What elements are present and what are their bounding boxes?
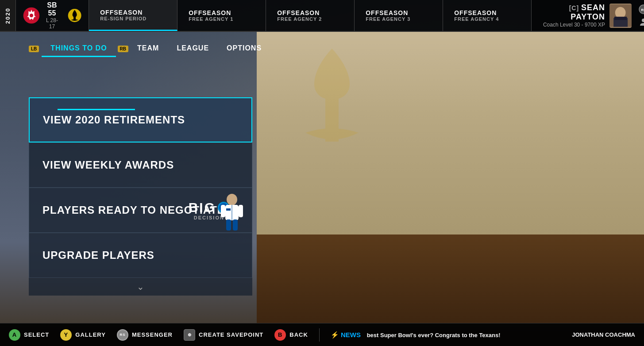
gallery-label: GALLERY	[75, 331, 106, 338]
menu-item-retirements[interactable]: VIEW 2020 RETIREMENTS	[29, 97, 252, 142]
svg-rect-19	[221, 205, 225, 217]
phase-resign[interactable]: OFFSEASON RE-SIGN PERIOD	[89, 0, 177, 31]
coach-level: Coach Level 30 - 9700 XP	[538, 22, 605, 28]
coach-info: [C] SEAN PAYTON Coach Level 30 - 9700 XP	[538, 3, 605, 28]
tab-league[interactable]: LEAGUE	[168, 41, 218, 57]
coach-name-header: [C] SEAN PAYTON	[538, 3, 605, 22]
nav-tabs: LB THINGS TO DO RB TEAM LEAGUE OPTIONS	[29, 32, 270, 57]
menu-item-retirements-text: VIEW 2020 RETIREMENTS	[43, 114, 185, 126]
messenger-label: MESSENGER	[132, 331, 173, 338]
top-header-bar: 2020 SB 55 L 28-17 OFFSEASON RE-SIGN PER…	[0, 0, 644, 32]
btn-savepoint[interactable]: ⊕ CREATE SAVEPOINT	[184, 329, 263, 341]
menu-item-awards-text: VIEW WEEKLY AWARDS	[42, 159, 174, 171]
menu-item-awards[interactable]: VIEW WEEKLY AWARDS	[29, 142, 252, 188]
svg-rect-20	[239, 205, 243, 217]
rb-badge: RB	[118, 46, 128, 52]
person-icon	[638, 17, 644, 27]
btn-gallery[interactable]: Y GALLERY	[60, 329, 106, 341]
b-button-icon: B	[274, 329, 286, 341]
phase-sub-2: FREE AGENCY 2	[277, 16, 322, 22]
year-text: 2020	[4, 8, 11, 24]
phase-label-1: OFFSEASON	[189, 9, 233, 16]
phase-sub-0: RE-SIGN PERIOD	[100, 16, 147, 21]
select-label: SELECT	[24, 331, 49, 338]
coach-prefix: [C]	[569, 4, 581, 12]
team-sb: SB 55	[44, 1, 60, 17]
tab-things-to-do[interactable]: THINGS TO DO	[42, 41, 116, 57]
coach-action-icons: RS	[638, 4, 644, 27]
reporter-name: JONATHAN COACHMA	[572, 331, 635, 338]
back-label: BACK	[289, 331, 308, 338]
phase-sub-4: FREE AGENCY 4	[454, 16, 499, 22]
coach-avatar-svg	[609, 4, 632, 28]
saints-logo-wall	[288, 44, 398, 199]
btn-back[interactable]: B BACK	[274, 329, 308, 341]
coach-section: [C] SEAN PAYTON Coach Level 30 - 9700 XP…	[532, 0, 644, 31]
phase-fa4[interactable]: OFFSEASON FREE AGENCY 4	[443, 0, 532, 31]
texans-logo	[23, 5, 40, 26]
bottom-bar: A SELECT Y GALLERY RS MESSENGER ⊕ CREATE…	[0, 323, 644, 346]
menu-item-negotiate[interactable]: PLAYERS READY TO NEGOTIATE BIG ★ DECISIO…	[29, 188, 252, 233]
ticker-text: best Super Bowl's ever? Congrats to the …	[367, 332, 501, 338]
phase-fa2[interactable]: OFFSEASON FREE AGENCY 2	[266, 0, 355, 31]
y-button-icon: Y	[60, 329, 72, 341]
rs-button-icon: RS	[117, 329, 128, 341]
tab-options[interactable]: OPTIONS	[218, 41, 270, 57]
team-score: SB 55 L 28-17	[44, 1, 60, 30]
news-ticker: ⚡ NEWS best Super Bowl's ever? Congrats …	[331, 331, 561, 339]
menu-item-upgrade[interactable]: UPGRADE PLAYERS	[29, 233, 252, 278]
lb-badge: LB	[29, 46, 39, 52]
phase-label-3: OFFSEASON	[366, 9, 410, 16]
phase-label-4: OFFSEASON	[454, 9, 499, 16]
nav-tab-underline	[58, 109, 135, 110]
phase-sub-3: FREE AGENCY 3	[366, 16, 410, 22]
svg-point-11	[642, 19, 644, 22]
svg-rect-8	[614, 16, 627, 19]
coach-avatar	[609, 4, 632, 28]
saints-logo-header	[67, 7, 82, 24]
player-figure	[216, 193, 247, 231]
phase-label-2: OFFSEASON	[277, 9, 322, 16]
svg-rect-22	[233, 219, 238, 231]
btn-messenger[interactable]: RS MESSENGER	[117, 329, 173, 341]
team1-section: SB 55 L 28-17	[16, 0, 89, 31]
svg-text:RS: RS	[641, 8, 644, 12]
svg-point-15	[227, 194, 237, 205]
svg-point-2	[30, 14, 33, 17]
bottom-divider	[319, 328, 320, 342]
year-badge: 2020	[0, 0, 16, 31]
svg-rect-17	[226, 208, 231, 211]
savepoint-label: CREATE SAVEPOINT	[199, 331, 263, 338]
scroll-indicator: ⌄	[29, 278, 252, 296]
tab-team[interactable]: TEAM	[128, 41, 168, 57]
player-silhouette	[216, 193, 247, 232]
savepoint-icon: ⊕	[184, 329, 195, 341]
phase-fa1[interactable]: OFFSEASON FREE AGENCY 1	[177, 0, 266, 31]
team-record: L 28-17	[44, 17, 60, 30]
svg-rect-21	[226, 219, 231, 231]
menu-item-upgrade-text: UPGRADE PLAYERS	[42, 249, 154, 261]
office-desk	[257, 235, 644, 323]
phase-sub-1: FREE AGENCY 1	[189, 16, 233, 22]
phase-fa3[interactable]: OFFSEASON FREE AGENCY 3	[355, 0, 443, 31]
a-button-icon: A	[9, 329, 20, 341]
rs-icon: RS	[638, 4, 644, 15]
phase-label-0: OFFSEASON	[100, 9, 147, 16]
big-text: BIG	[189, 200, 216, 215]
things-to-do-tab-wrapper[interactable]: LB THINGS TO DO RB	[29, 41, 128, 57]
svg-point-6	[615, 7, 626, 18]
menu-container: VIEW 2020 RETIREMENTS VIEW WEEKLY AWARDS…	[29, 97, 252, 296]
btn-select[interactable]: A SELECT	[9, 329, 49, 341]
chevron-down-icon: ⌄	[137, 281, 144, 292]
news-brand: ⚡ NEWS	[331, 331, 361, 338]
